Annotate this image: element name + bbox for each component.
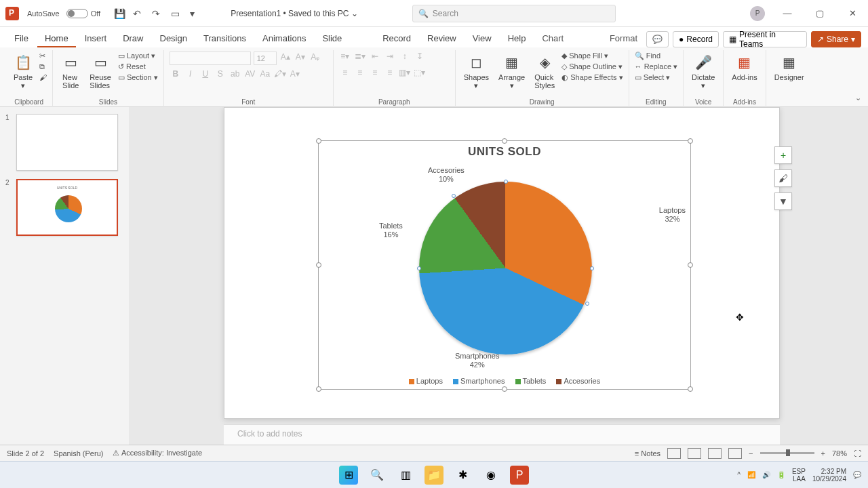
tab-file[interactable]: File — [7, 30, 36, 47]
quick-styles-button[interactable]: ◈Quick Styles — [532, 52, 557, 91]
designer-button[interactable]: ▦Designer — [772, 52, 807, 83]
data-label-smartphones[interactable]: Smartphones42% — [454, 351, 500, 370]
slide-canvas-area[interactable]: UNITS SOLD ✥ Laptops32% Smartphones42% T — [129, 107, 868, 445]
text-direction-button[interactable]: ↧ — [414, 52, 426, 64]
selection-handle[interactable] — [502, 386, 507, 392]
legend-item-laptops[interactable]: Laptops — [409, 377, 443, 385]
selection-handle[interactable] — [316, 262, 321, 268]
slide-thumbnails-pane[interactable]: 1 2 UNITS SOLD — [0, 107, 129, 445]
tab-review[interactable]: Review — [420, 30, 464, 47]
notes-toggle[interactable]: ≡ Notes — [635, 449, 660, 458]
powerpoint-taskbar-icon[interactable]: P — [510, 466, 529, 485]
fit-to-window-button[interactable]: ⛶ — [854, 449, 861, 458]
align-center-button[interactable]: ≡ — [354, 68, 366, 80]
tab-view[interactable]: View — [465, 30, 499, 47]
chart-filters-button[interactable]: ▼ — [774, 192, 792, 210]
pie-handle[interactable] — [452, 194, 456, 198]
keyboard-layout[interactable]: ESPLAA — [792, 468, 806, 483]
arrange-button[interactable]: ▦Arrange▾ — [496, 52, 528, 92]
legend-item-smartphones[interactable]: Smartphones — [453, 377, 505, 385]
case-button[interactable]: Aa — [259, 69, 271, 81]
font-size-input[interactable] — [254, 52, 277, 65]
dictate-button[interactable]: 🎤Dictate▾ — [689, 52, 717, 92]
chart-legend[interactable]: Laptops Smartphones Tablets Accesories — [319, 377, 690, 385]
pie-chart[interactable]: ✥ — [419, 182, 592, 354]
tab-chart-design[interactable]: Chart Design — [534, 30, 601, 47]
slide-counter[interactable]: Slide 2 of 2 — [7, 449, 44, 458]
increase-font-icon[interactable]: A▴ — [279, 52, 292, 64]
selection-handle[interactable] — [688, 386, 693, 392]
volume-icon[interactable]: 🔊 — [762, 471, 770, 479]
paste-button[interactable]: 📋 Paste▾ — [11, 52, 35, 92]
line-spacing-button[interactable]: ↕ — [399, 52, 411, 64]
save-icon[interactable]: 💾 — [114, 8, 125, 19]
pie-handle[interactable] — [585, 302, 589, 306]
legend-item-accesories[interactable]: Accesories — [556, 377, 600, 385]
font-color-button[interactable]: A▾ — [289, 69, 301, 81]
smartart-button[interactable]: ⬚▾ — [414, 68, 426, 80]
decrease-font-icon[interactable]: A▾ — [294, 52, 307, 64]
share-button[interactable]: ↗ Share ▾ — [811, 31, 861, 47]
zoom-out-button[interactable]: − — [749, 449, 753, 458]
sorter-view-button[interactable] — [688, 448, 701, 459]
chart-elements-button[interactable]: + — [774, 146, 792, 164]
present-teams-button[interactable]: ▦ Present in Teams — [723, 31, 807, 47]
selection-handle[interactable] — [316, 138, 321, 144]
shadow-button[interactable]: ab — [229, 69, 241, 81]
start-button[interactable]: ⊞ — [339, 466, 358, 485]
replace-button[interactable]: ↔ Replace ▾ — [635, 62, 677, 71]
reset-button[interactable]: ↺ Reset — [118, 62, 158, 71]
normal-view-button[interactable] — [667, 448, 681, 459]
shapes-button[interactable]: ◻Shapes▾ — [461, 52, 492, 92]
data-label-accesories[interactable]: Accesories10% — [427, 165, 465, 184]
tab-format[interactable]: Format — [602, 30, 645, 47]
bold-button[interactable]: B — [170, 69, 182, 81]
undo-icon[interactable]: ↶ — [133, 8, 144, 19]
copy-button[interactable]: ⧉ — [39, 62, 47, 71]
battery-icon[interactable]: 🔋 — [777, 471, 785, 479]
new-slide-button[interactable]: ▭New Slide — [58, 52, 83, 91]
shape-outline-dropdown[interactable]: ◇ Shape Outline ▾ — [561, 62, 623, 71]
search-taskbar-icon[interactable]: 🔍 — [368, 466, 387, 485]
data-label-laptops[interactable]: Laptops32% — [658, 205, 686, 224]
underline-button[interactable]: U — [199, 69, 212, 81]
chart-title[interactable]: UNITS SOLD — [319, 145, 690, 159]
numbering-button[interactable]: ≣▾ — [354, 52, 366, 64]
qat-dropdown-icon[interactable]: ▾ — [190, 8, 201, 19]
highlight-button[interactable]: 🖍▾ — [274, 69, 286, 81]
reading-view-button[interactable] — [708, 448, 722, 459]
bullets-button[interactable]: ≡▾ — [339, 52, 351, 64]
addins-button[interactable]: ▦Add-ins — [729, 52, 760, 83]
slide[interactable]: UNITS SOLD ✥ Laptops32% Smartphones42% T — [224, 107, 780, 419]
search-input[interactable]: 🔍 Search — [412, 5, 616, 22]
notes-pane[interactable]: Click to add notes — [224, 424, 780, 445]
close-button[interactable]: ✕ — [842, 8, 863, 18]
reuse-slides-button[interactable]: ▭Reuse Slides — [87, 52, 114, 91]
tab-draw[interactable]: Draw — [115, 30, 151, 47]
account-avatar[interactable]: P — [750, 6, 765, 21]
font-family-input[interactable] — [170, 52, 251, 65]
strike-button[interactable]: S — [214, 69, 226, 81]
document-title[interactable]: Presentation1 • Saved to this PC ⌄ — [231, 9, 358, 18]
shape-fill-dropdown[interactable]: ◆ Shape Fill ▾ — [561, 52, 623, 60]
system-tray[interactable]: ^ 📶 🔊 🔋 ESPLAA 2:32 PM10/29/2024 💬 — [737, 468, 861, 483]
italic-button[interactable]: I — [184, 69, 197, 81]
pie-handle[interactable] — [590, 266, 594, 270]
tab-home[interactable]: Home — [37, 30, 76, 47]
chrome-icon[interactable]: ◉ — [481, 466, 500, 485]
tab-transitions[interactable]: Transitions — [196, 30, 254, 47]
align-left-button[interactable]: ≡ — [339, 68, 351, 80]
chart-styles-button[interactable]: 🖌 — [774, 169, 792, 187]
file-explorer-icon[interactable]: 📁 — [425, 466, 443, 485]
comments-button[interactable]: 💬 — [646, 31, 669, 47]
pie-handle[interactable] — [504, 180, 508, 184]
wifi-icon[interactable]: 📶 — [747, 471, 755, 479]
tab-record[interactable]: Record — [375, 30, 418, 47]
maximize-button[interactable]: ▢ — [810, 8, 830, 18]
record-button[interactable]: ● Record — [673, 31, 719, 47]
align-right-button[interactable]: ≡ — [369, 68, 381, 80]
spacing-button[interactable]: AV — [244, 69, 256, 81]
columns-button[interactable]: ▥▾ — [399, 68, 411, 80]
indent-dec-button[interactable]: ⇤ — [369, 52, 381, 64]
autosave-toggle[interactable] — [66, 9, 88, 18]
